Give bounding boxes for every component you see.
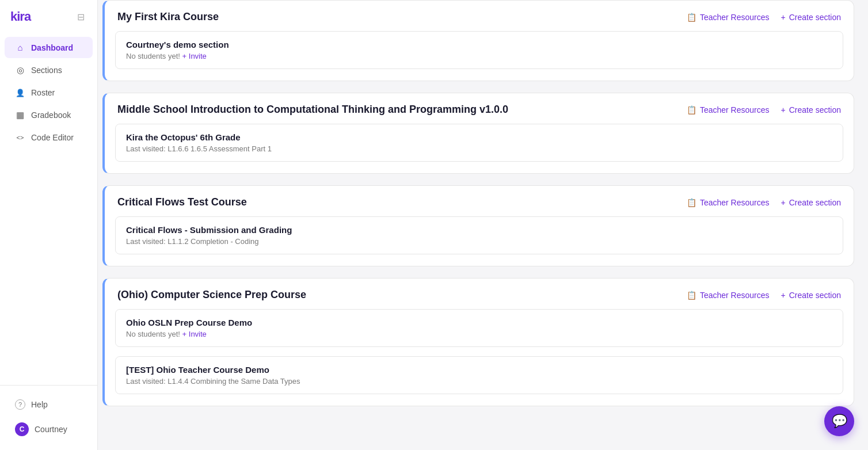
- help-icon: ?: [15, 399, 25, 410]
- section-card-1-1[interactable]: Courtney's demo section No students yet!…: [115, 31, 843, 69]
- sidebar-item-gradebook-label: Gradebook: [31, 110, 71, 120]
- sidebar-item-roster-label: Roster: [31, 88, 55, 97]
- plus-icon-3: +: [781, 198, 786, 207]
- plus-icon-1: +: [781, 13, 786, 22]
- sidebar: kira ⊟ ⌂ Dashboard ◎ Sections 👤 Roster ▦…: [0, 0, 98, 450]
- course-sections-4: Ohio OSLN Prep Course Demo No students y…: [105, 309, 854, 406]
- plus-icon-2: +: [781, 105, 786, 115]
- course-title-3: Critical Flows Test Course: [117, 196, 677, 208]
- course-sections-2: Kira the Octopus' 6th Grade Last visited…: [105, 124, 854, 173]
- course-block-3: Critical Flows Test Course 📋 Teacher Res…: [102, 185, 854, 266]
- section-meta-1-1: No students yet! + Invite: [126, 52, 832, 60]
- book-icon-2: 📋: [687, 105, 696, 115]
- invite-link-4-1[interactable]: + Invite: [182, 330, 207, 338]
- section-name-1-1: Courtney's demo section: [126, 40, 832, 49]
- invite-link-1-1[interactable]: + Invite: [182, 52, 207, 60]
- plus-icon-4: +: [781, 291, 786, 300]
- create-section-link-1[interactable]: + Create section: [781, 13, 841, 22]
- course-block-1: My First Kira Course 📋 Teacher Resources…: [102, 0, 854, 81]
- book-icon-1: 📋: [687, 13, 696, 22]
- course-title-2: Middle School Introduction to Computatio…: [117, 104, 677, 116]
- course-block-2: Middle School Introduction to Computatio…: [102, 93, 854, 174]
- course-block-4: (Ohio) Computer Science Prep Course 📋 Te…: [102, 278, 854, 406]
- section-card-3-1[interactable]: Critical Flows - Submission and Grading …: [115, 216, 843, 254]
- sidebar-item-code-editor[interactable]: <> Code Editor: [5, 127, 93, 148]
- section-meta-4-1: No students yet! + Invite: [126, 330, 832, 338]
- chat-icon: 💬: [832, 414, 847, 429]
- create-section-link-2[interactable]: + Create section: [781, 105, 841, 115]
- sidebar-item-help[interactable]: ? Help: [5, 394, 93, 415]
- course-sections-1: Courtney's demo section No students yet!…: [105, 31, 854, 81]
- course-header-3: Critical Flows Test Course 📋 Teacher Res…: [105, 186, 854, 216]
- book-icon-4: 📋: [687, 291, 696, 300]
- section-meta-2-1: Last visited: L1.6.6 1.6.5 Assessment Pa…: [126, 144, 832, 153]
- sidebar-toggle-icon[interactable]: ⊟: [74, 10, 87, 23]
- sidebar-item-user[interactable]: C Courtney: [5, 417, 93, 442]
- section-name-4-1: Ohio OSLN Prep Course Demo: [126, 318, 832, 327]
- sidebar-item-sections[interactable]: ◎ Sections: [5, 59, 93, 81]
- course-header-2: Middle School Introduction to Computatio…: [105, 93, 854, 124]
- kira-logo: kira: [10, 9, 31, 24]
- sidebar-item-sections-label: Sections: [31, 66, 62, 75]
- course-actions-4: 📋 Teacher Resources + Create section: [687, 291, 841, 300]
- section-card-2-1[interactable]: Kira the Octopus' 6th Grade Last visited…: [115, 124, 843, 162]
- course-title-1: My First Kira Course: [117, 11, 677, 23]
- sidebar-user-label: Courtney: [35, 425, 67, 434]
- section-name-4-2: [TEST] Ohio Teacher Course Demo: [126, 365, 832, 375]
- section-meta-3-1: Last visited: L1.1.2 Completion - Coding: [126, 237, 832, 246]
- gradebook-icon: ▦: [15, 110, 25, 120]
- create-section-link-3[interactable]: + Create section: [781, 198, 841, 207]
- sidebar-item-help-label: Help: [31, 400, 48, 409]
- course-title-4: (Ohio) Computer Science Prep Course: [117, 289, 677, 301]
- course-actions-2: 📋 Teacher Resources + Create section: [687, 105, 841, 115]
- teacher-resources-link-4[interactable]: 📋 Teacher Resources: [687, 291, 770, 300]
- sidebar-item-dashboard[interactable]: ⌂ Dashboard: [5, 37, 93, 58]
- course-header-1: My First Kira Course 📋 Teacher Resources…: [105, 1, 854, 31]
- code-editor-icon: <>: [15, 134, 25, 141]
- roster-icon: 👤: [15, 89, 25, 97]
- teacher-resources-link-1[interactable]: 📋 Teacher Resources: [687, 13, 770, 22]
- user-avatar: C: [15, 422, 29, 436]
- dashboard-icon: ⌂: [15, 43, 25, 52]
- section-card-4-2[interactable]: [TEST] Ohio Teacher Course Demo Last vis…: [115, 356, 843, 394]
- sidebar-nav: ⌂ Dashboard ◎ Sections 👤 Roster ▦ Gradeb…: [0, 31, 97, 385]
- section-meta-4-2: Last visited: L1.4.4 Combining the Same …: [126, 377, 832, 386]
- sidebar-logo-area: kira ⊟: [0, 0, 97, 31]
- course-actions-1: 📋 Teacher Resources + Create section: [687, 13, 841, 22]
- chat-fab-button[interactable]: 💬: [824, 406, 854, 436]
- teacher-resources-link-3[interactable]: 📋 Teacher Resources: [687, 198, 770, 207]
- sidebar-item-roster[interactable]: 👤 Roster: [5, 82, 93, 103]
- sidebar-bottom: ? Help C Courtney: [0, 385, 97, 450]
- section-name-3-1: Critical Flows - Submission and Grading: [126, 225, 832, 235]
- sidebar-item-code-editor-label: Code Editor: [31, 133, 74, 142]
- course-actions-3: 📋 Teacher Resources + Create section: [687, 198, 841, 207]
- create-section-link-4[interactable]: + Create section: [781, 291, 841, 300]
- course-header-4: (Ohio) Computer Science Prep Course 📋 Te…: [105, 279, 854, 309]
- sidebar-item-gradebook[interactable]: ▦ Gradebook: [5, 104, 93, 126]
- main-content: My First Kira Course 📋 Teacher Resources…: [98, 0, 868, 450]
- course-sections-3: Critical Flows - Submission and Grading …: [105, 216, 854, 266]
- sidebar-item-dashboard-label: Dashboard: [31, 43, 73, 52]
- book-icon-3: 📋: [687, 198, 696, 207]
- sections-icon: ◎: [15, 65, 25, 75]
- teacher-resources-link-2[interactable]: 📋 Teacher Resources: [687, 105, 770, 115]
- section-card-4-1[interactable]: Ohio OSLN Prep Course Demo No students y…: [115, 309, 843, 347]
- section-name-2-1: Kira the Octopus' 6th Grade: [126, 132, 832, 142]
